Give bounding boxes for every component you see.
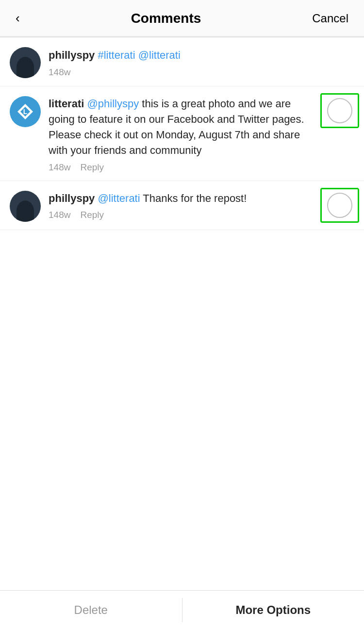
- bottom-bar: Delete More Options: [0, 590, 364, 629]
- page-title: Comments: [131, 11, 201, 26]
- comment-content: phillyspy #litterati @litterati 148w: [49, 48, 354, 78]
- comment-item: phillyspy @litterati Thanks for the repo…: [0, 181, 364, 230]
- delete-button[interactable]: Delete: [0, 594, 182, 627]
- comment-text: phillyspy @litterati Thanks for the repo…: [49, 191, 315, 206]
- like-radio[interactable]: [327, 98, 352, 123]
- comment-text: phillyspy #litterati @litterati: [49, 48, 354, 63]
- comment-time: 148w: [49, 162, 70, 173]
- avatar: [10, 191, 41, 222]
- comment-meta: 148w: [49, 67, 354, 78]
- like-radio-highlight: [320, 93, 359, 128]
- cancel-button[interactable]: Cancel: [308, 10, 352, 27]
- comment-username: phillyspy: [49, 192, 95, 204]
- comments-list: phillyspy #litterati @litterati 148w L l…: [0, 37, 364, 629]
- back-button[interactable]: ‹: [12, 9, 24, 28]
- comment-mention: @litterati: [138, 49, 181, 61]
- like-radio[interactable]: [327, 193, 352, 218]
- avatar: [10, 47, 41, 78]
- comment-meta: 148w Reply: [49, 210, 315, 220]
- comment-username: litterati: [49, 98, 84, 110]
- comment-hashtag: #litterati: [98, 49, 135, 61]
- comment-body: Thanks for the repost!: [143, 192, 247, 204]
- svg-text:L: L: [23, 108, 28, 116]
- comment-time: 148w: [49, 210, 70, 220]
- header: ‹ Comments Cancel: [0, 0, 364, 37]
- reply-button[interactable]: Reply: [80, 210, 104, 220]
- comment-meta: 148w Reply: [49, 162, 315, 173]
- comment-item: phillyspy #litterati @litterati 148w: [0, 37, 364, 86]
- like-radio-highlight: [320, 188, 359, 223]
- avatar: L: [10, 96, 41, 127]
- reply-button[interactable]: Reply: [80, 162, 104, 173]
- comment-mention: @litterati: [98, 192, 140, 204]
- comment-time: 148w: [49, 67, 70, 78]
- comment-text: litterati @phillyspy this is a great pho…: [49, 96, 315, 158]
- comment-content: phillyspy @litterati Thanks for the repo…: [49, 191, 315, 221]
- comment-username: phillyspy: [49, 49, 95, 61]
- comment-item: L litterati @phillyspy this is a great p…: [0, 86, 364, 181]
- comment-mention: @phillyspy: [87, 98, 139, 110]
- more-options-button[interactable]: More Options: [182, 594, 364, 627]
- comment-content: litterati @phillyspy this is a great pho…: [49, 96, 315, 173]
